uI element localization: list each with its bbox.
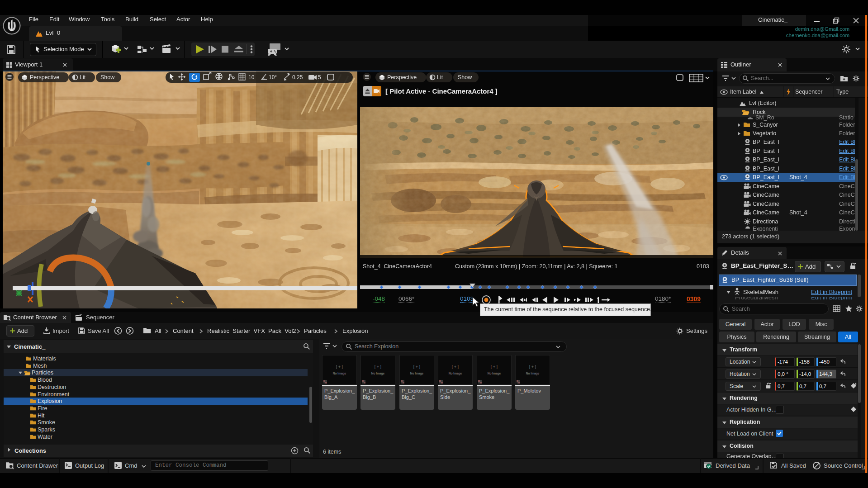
svg-text:5: 5 bbox=[318, 74, 321, 81]
svg-text:10: 10 bbox=[248, 74, 255, 81]
svg-text:10°: 10° bbox=[269, 74, 277, 81]
svg-text:0,25: 0,25 bbox=[292, 74, 303, 81]
